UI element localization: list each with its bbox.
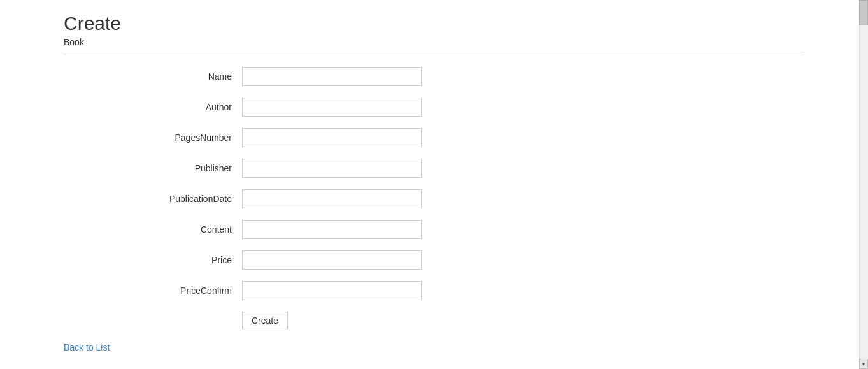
priceconfirm-row: PriceConfirm xyxy=(64,281,509,300)
content-input[interactable] xyxy=(242,220,422,239)
publicationdate-input[interactable] xyxy=(242,189,422,208)
scrollbar[interactable]: ▼ xyxy=(859,0,868,369)
pagesnumber-row: PagesNumber xyxy=(64,128,509,147)
name-input[interactable] xyxy=(242,67,422,86)
submit-row: Create xyxy=(64,312,509,329)
form-container: Name Author PagesNumber Publisher Public… xyxy=(64,67,509,329)
page-title: Create xyxy=(64,13,804,34)
priceconfirm-label: PriceConfirm xyxy=(64,286,242,296)
back-to-list-link[interactable]: Back to List xyxy=(64,342,110,352)
price-input[interactable] xyxy=(242,250,422,270)
name-label: Name xyxy=(64,71,242,82)
pagesnumber-label: PagesNumber xyxy=(64,133,242,143)
publicationdate-row: PublicationDate xyxy=(64,189,509,208)
scrollbar-thumb[interactable] xyxy=(859,0,868,25)
publisher-input[interactable] xyxy=(242,159,422,178)
create-button[interactable]: Create xyxy=(242,312,288,329)
publisher-row: Publisher xyxy=(64,159,509,178)
author-label: Author xyxy=(64,102,242,112)
content-label: Content xyxy=(64,224,242,235)
price-row: Price xyxy=(64,250,509,270)
priceconfirm-input[interactable] xyxy=(242,281,422,300)
pagesnumber-input[interactable] xyxy=(242,128,422,147)
name-row: Name xyxy=(64,67,509,86)
page-container: Create Book Name Author PagesNumber Publ… xyxy=(0,0,868,369)
content-row: Content xyxy=(64,220,509,239)
price-label: Price xyxy=(64,255,242,265)
publicationdate-label: PublicationDate xyxy=(64,194,242,204)
author-input[interactable] xyxy=(242,98,422,117)
divider xyxy=(64,54,804,54)
page-subtitle: Book xyxy=(64,37,804,47)
scrollbar-arrow-down[interactable]: ▼ xyxy=(859,359,868,369)
author-row: Author xyxy=(64,98,509,117)
publisher-label: Publisher xyxy=(64,163,242,173)
